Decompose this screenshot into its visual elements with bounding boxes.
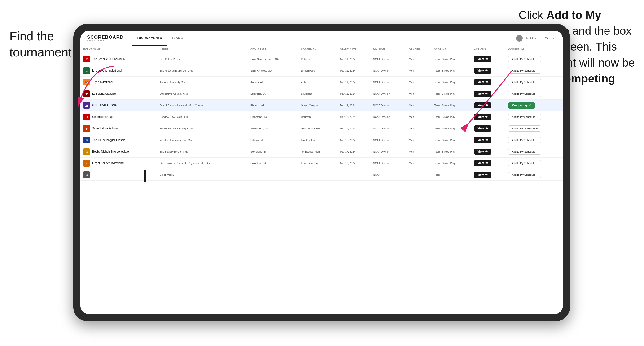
view-button[interactable]: View 👁 bbox=[474, 172, 491, 178]
cell-division: NCAA Division I bbox=[370, 146, 406, 158]
tablet-screen: SCOREBOARD Powered by clippi TOURNAMENTS… bbox=[80, 31, 563, 314]
nav-tab-teams[interactable]: TEAMS bbox=[167, 31, 188, 46]
cell-city-state: Auburn, AL bbox=[248, 77, 298, 88]
competing-cell: Add to My Schedule + bbox=[506, 134, 563, 146]
cell-hosted-by: Tennessee Tech bbox=[298, 146, 337, 158]
view-button[interactable]: View 👁 bbox=[474, 91, 491, 97]
cell-city-state: Richmond, TX bbox=[248, 111, 298, 123]
cell-scoring: Team, Stroke Play bbox=[432, 158, 471, 169]
view-button[interactable]: View 👁 bbox=[474, 149, 491, 155]
app-header: SCOREBOARD Powered by clippi TOURNAMENTS… bbox=[80, 31, 563, 46]
competing-cell: Add to My Schedule + bbox=[506, 158, 563, 169]
event-name-cell: KLinger Longer Invitational bbox=[80, 158, 157, 169]
col-hosted-by: HOSTED BY bbox=[298, 46, 337, 53]
scoreboard-logo: SCOREBOARD Powered by clippi bbox=[87, 35, 124, 42]
view-button[interactable]: View 👁 bbox=[474, 68, 491, 74]
logo-title: SCOREBOARD bbox=[87, 35, 124, 39]
actions-cell: View 👁 bbox=[471, 169, 506, 181]
cell-venue: Oakbourne Country Club bbox=[157, 88, 248, 100]
actions-cell: View 👁 bbox=[471, 77, 506, 88]
cell-venue: Shadow Hawk Golf Club bbox=[157, 111, 248, 123]
view-button[interactable]: View 👁 bbox=[474, 56, 491, 62]
event-name-cell: LLindenwood Invitational bbox=[80, 65, 157, 77]
cell-gender: Men bbox=[406, 111, 432, 123]
cell-hosted-by: Houston bbox=[298, 111, 337, 123]
nav-tabs: TOURNAMENTS TEAMS bbox=[132, 31, 187, 46]
table-row: HChampions CupShadow Hawk Golf ClubRichm… bbox=[80, 111, 563, 123]
competing-cell: Add to My Schedule + bbox=[506, 53, 563, 65]
add-to-schedule-button[interactable]: Add to My Schedule + bbox=[508, 137, 541, 143]
cell-division: NCAA Division I bbox=[370, 134, 406, 146]
add-to-schedule-button[interactable]: Add to My Schedule + bbox=[508, 125, 541, 132]
cell-start-date: Mar 11, 2024 bbox=[337, 77, 370, 88]
view-button[interactable]: View 👁 bbox=[474, 137, 491, 143]
actions-cell: View 👁 bbox=[471, 111, 506, 123]
col-scoring: SCORING bbox=[432, 46, 471, 53]
cell-division: NCAA Division I bbox=[370, 100, 406, 111]
cell-scoring: Team, bbox=[432, 169, 471, 181]
cell-scoring: Team, Stroke Play bbox=[432, 111, 471, 123]
sign-out-link[interactable]: Sign out bbox=[545, 36, 556, 40]
cell-gender bbox=[406, 169, 432, 181]
user-avatar bbox=[516, 35, 523, 42]
add-to-schedule-button[interactable]: Add to My Schedule + bbox=[508, 114, 541, 120]
tablet-frame: SCOREBOARD Powered by clippi TOURNAMENTS… bbox=[73, 24, 570, 321]
event-name: Champions Cup bbox=[92, 115, 112, 119]
add-to-schedule-button[interactable]: Add to My Schedule + bbox=[508, 160, 541, 166]
add-to-schedule-button[interactable]: Add to My Schedule + bbox=[508, 68, 541, 74]
cell-gender: Men bbox=[406, 53, 432, 65]
view-button[interactable]: View 👁 bbox=[474, 79, 491, 85]
team-logo: 🐯 bbox=[83, 79, 90, 85]
add-to-schedule-button[interactable]: Add to My Schedule + bbox=[508, 56, 541, 62]
cell-start-date: Mar 11, 2024 bbox=[337, 88, 370, 100]
tablet-side-button bbox=[144, 170, 146, 182]
cell-division: NCAA Division I bbox=[370, 77, 406, 88]
event-name-cell: BBobby Nichols Intercollegiate bbox=[80, 146, 157, 158]
cell-gender: Men bbox=[406, 146, 432, 158]
competing-cell: Add to My Schedule + bbox=[506, 111, 563, 123]
competing-cell: Add to My Schedule + bbox=[506, 146, 563, 158]
cell-division: NCAA Division I bbox=[370, 123, 406, 134]
cell-gender: Men bbox=[406, 158, 432, 169]
cell-hosted-by: Kennesaw State bbox=[298, 158, 337, 169]
event-name: GCU INVITATIONAL bbox=[92, 104, 118, 107]
cell-division: NCAA Division I bbox=[370, 88, 406, 100]
col-division: DIVISION bbox=[370, 46, 406, 53]
cell-venue: The Missouri Bluffs Golf Club bbox=[157, 65, 248, 77]
cell-venue: Great Waters Course At Reynolds Lake Oco… bbox=[157, 158, 248, 169]
add-to-schedule-button[interactable]: Add to My Schedule + bbox=[508, 149, 541, 155]
table-row: KLinger Longer InvitationalGreat Waters … bbox=[80, 158, 563, 169]
cell-city-state: Sevierville, TN bbox=[248, 146, 298, 158]
cell-division: NCAA Division I bbox=[370, 111, 406, 123]
table-row: BBobby Nichols IntercollegiateThe Sevier… bbox=[80, 146, 563, 158]
cell-city-state: Eatonton, GA bbox=[248, 158, 298, 169]
cell-gender: Men bbox=[406, 100, 432, 111]
col-event-name: EVENT NAME bbox=[80, 46, 157, 53]
cell-hosted-by: Rutgers bbox=[298, 53, 337, 65]
add-to-schedule-button[interactable]: Add to My Schedule + bbox=[508, 172, 541, 178]
cell-gender: Men bbox=[406, 123, 432, 134]
add-to-schedule-button[interactable]: Add to My Schedule + bbox=[508, 79, 541, 85]
competing-cell: Add to My Schedule + bbox=[506, 169, 563, 181]
team-logo: B bbox=[83, 172, 90, 178]
nav-tab-tournaments[interactable]: TOURNAMENTS bbox=[132, 31, 166, 46]
cell-city-state: Saint Simons Island, GA bbox=[248, 53, 298, 65]
table-row: SSchenkel InvitationalForest Heights Cou… bbox=[80, 123, 563, 134]
cell-scoring: Team, Stroke Play bbox=[432, 77, 471, 88]
annotation-left: Find the tournament. bbox=[10, 28, 76, 60]
table-row: BThe Carpetbagger ClassicWorthington Man… bbox=[80, 134, 563, 146]
cell-city-state: Statesboro, GA bbox=[248, 123, 298, 134]
cell-scoring: Team, Stroke Play bbox=[432, 100, 471, 111]
view-button[interactable]: View 👁 bbox=[474, 125, 491, 132]
competing-button[interactable]: Competing ✓ bbox=[508, 102, 535, 109]
view-button[interactable]: View 👁 bbox=[474, 160, 491, 166]
table-row: RThe Johnnie - O IndividualSea Palms Res… bbox=[80, 53, 563, 65]
view-button[interactable]: View 👁 bbox=[474, 114, 491, 120]
table-row: BBrook ValleyNCAATeam,View 👁Add to My Sc… bbox=[80, 169, 563, 181]
cell-division: NCAA Division I bbox=[370, 158, 406, 169]
team-logo: ⚜ bbox=[83, 90, 90, 97]
view-button[interactable]: View 👁 bbox=[474, 102, 491, 108]
add-to-schedule-button[interactable]: Add to My Schedule + bbox=[508, 91, 541, 97]
cell-scoring: Team, Stroke Play bbox=[432, 65, 471, 77]
tournaments-table: EVENT NAME VENUE CITY, STATE HOSTED BY S… bbox=[80, 46, 563, 181]
